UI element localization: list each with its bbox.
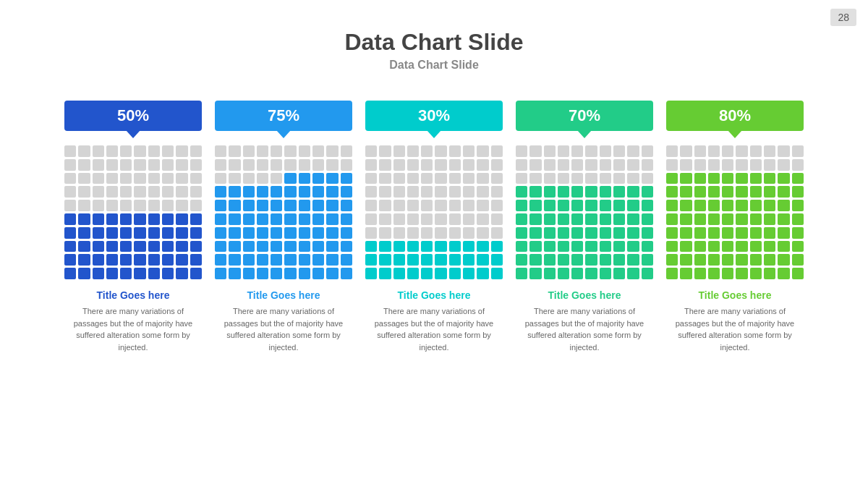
badge-wrapper-5: 80% xyxy=(666,101,804,131)
waffle-cell xyxy=(243,227,255,239)
waffle-cell xyxy=(571,213,583,225)
waffle-cell xyxy=(271,145,282,157)
waffle-cell xyxy=(365,145,377,157)
waffle-cell xyxy=(190,268,202,279)
waffle-cell xyxy=(407,145,419,157)
waffle-cell xyxy=(750,227,762,239)
waffle-cell xyxy=(792,186,804,198)
waffle-cell xyxy=(694,254,706,266)
waffle-cell xyxy=(627,186,639,198)
waffle-cell xyxy=(571,145,583,157)
waffle-cell xyxy=(736,200,747,211)
waffle-cell xyxy=(176,241,187,253)
waffle-cell xyxy=(229,254,240,266)
waffle-cell xyxy=(134,268,145,279)
waffle-cell xyxy=(529,159,541,171)
chart-desc-4: There are many variations of passages bu… xyxy=(516,305,653,353)
waffle-cell xyxy=(778,145,789,157)
waffle-cell xyxy=(64,200,76,211)
waffle-cell xyxy=(341,200,352,211)
waffle-cell xyxy=(627,145,639,157)
waffle-cell xyxy=(243,173,255,184)
waffle-cell xyxy=(792,200,804,211)
waffle-cell xyxy=(134,145,145,157)
waffle-cell xyxy=(407,227,419,239)
waffle-cell xyxy=(613,173,625,184)
waffle-cell xyxy=(792,227,804,239)
waffle-cell xyxy=(120,159,132,171)
waffle-cell xyxy=(162,241,174,253)
waffle-cell xyxy=(190,159,202,171)
waffle-cell xyxy=(407,159,419,171)
waffle-cell xyxy=(571,241,583,253)
waffle-cell xyxy=(134,254,145,266)
waffle-cell xyxy=(271,254,282,266)
waffle-cell xyxy=(312,173,324,184)
waffle-cell xyxy=(694,173,706,184)
waffle-cell xyxy=(642,213,653,225)
waffle-cell xyxy=(93,145,104,157)
badge-wrapper-1: 50% xyxy=(64,101,202,131)
waffle-cell xyxy=(407,186,419,198)
waffle-cell xyxy=(365,173,377,184)
waffle-cell xyxy=(600,241,611,253)
waffle-cell xyxy=(463,186,475,198)
waffle-cell xyxy=(148,254,160,266)
waffle-cell xyxy=(215,200,226,211)
waffle-cell xyxy=(571,254,583,266)
waffle-cell xyxy=(215,159,226,171)
percentage-badge-2: 75% xyxy=(215,101,352,131)
waffle-cell xyxy=(190,145,202,157)
waffle-cell xyxy=(585,241,597,253)
waffle-cell xyxy=(463,268,475,279)
waffle-cell xyxy=(694,159,706,171)
waffle-cell xyxy=(106,200,118,211)
waffle-cell xyxy=(516,200,527,211)
waffle-cell xyxy=(642,268,653,279)
waffle-cell xyxy=(750,173,762,184)
waffle-cell xyxy=(792,173,804,184)
waffle-cell xyxy=(529,241,541,253)
waffle-cell xyxy=(341,159,352,171)
waffle-cell xyxy=(491,227,503,239)
waffle-cell xyxy=(365,159,377,171)
waffle-cell xyxy=(571,268,583,279)
waffle-cell xyxy=(477,159,488,171)
waffle-cell xyxy=(778,254,789,266)
waffle-cell xyxy=(764,227,775,239)
waffle-cell xyxy=(449,268,461,279)
waffle-cell xyxy=(341,213,352,225)
waffle-cell xyxy=(736,145,747,157)
waffle-cell xyxy=(312,186,324,198)
waffle-cell xyxy=(393,186,405,198)
waffle-cell xyxy=(78,213,90,225)
waffle-cell xyxy=(341,241,352,253)
waffle-cell xyxy=(463,241,475,253)
waffle-cell xyxy=(666,254,678,266)
waffle-cell xyxy=(463,159,475,171)
waffle-cell xyxy=(299,145,310,157)
waffle-cell xyxy=(680,200,692,211)
waffle-cell xyxy=(271,200,282,211)
waffle-cell xyxy=(176,254,187,266)
waffle-cell xyxy=(544,159,556,171)
waffle-cell xyxy=(680,227,692,239)
waffle-cell xyxy=(190,241,202,253)
chart-item-3: 30%Title Goes hereThere are many variati… xyxy=(365,101,503,353)
waffle-cell xyxy=(162,173,174,184)
waffle-cell xyxy=(341,145,352,157)
waffle-cell xyxy=(477,186,488,198)
waffle-cell xyxy=(162,213,174,225)
waffle-cell xyxy=(491,268,503,279)
waffle-cell xyxy=(284,254,296,266)
waffle-cell xyxy=(148,173,160,184)
waffle-cell xyxy=(750,241,762,253)
waffle-cell xyxy=(435,227,446,239)
chart-item-2: 75%Title Goes hereThere are many variati… xyxy=(215,101,352,353)
waffle-cell xyxy=(148,268,160,279)
waffle-cell xyxy=(571,173,583,184)
waffle-cell xyxy=(326,173,338,184)
waffle-cell xyxy=(666,241,678,253)
waffle-cell xyxy=(134,227,145,239)
waffle-cell xyxy=(326,186,338,198)
